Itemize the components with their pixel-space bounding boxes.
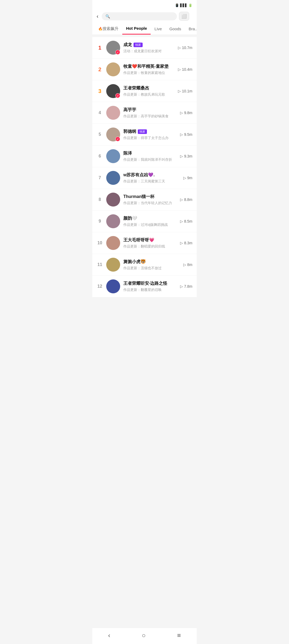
list-item[interactable]: 7 w苏苏有点凶💜. 作品更新：三天闺蜜第三天 ▷ 9m <box>92 167 197 189</box>
item-name-row: 高芋芋 <box>123 107 177 113</box>
count-value: 9m <box>187 176 192 180</box>
item-info: 高芋芋 作品更新：高芋芋的砂锅美食 <box>123 107 177 119</box>
item-name: 陈泽 <box>123 151 132 156</box>
item-name-row: 郭德纲 独家 <box>123 129 177 134</box>
avatar <box>106 62 120 76</box>
rank-number: 5 <box>97 132 103 137</box>
item-count: ▷ 10.1m <box>178 89 192 93</box>
item-name-row: 旖旎小虎🐯 <box>123 259 180 265</box>
list-item[interactable]: 12 王者荣耀听安·边路之怪 作品更新：翻覆星的召唤 ▷ 7.8m <box>92 276 197 297</box>
exclusive-tag: 独家 <box>138 129 147 134</box>
item-name-row: Thurman猫一杯 <box>123 194 177 200</box>
rank-number: 11 <box>97 262 103 267</box>
scan-icon[interactable]: ⬜ <box>179 12 189 21</box>
item-subtitle: 作品更新：得罪了太子怎么办 <box>123 136 177 140</box>
rank-number: 7 <box>97 175 103 180</box>
avatar-wrap <box>106 149 120 163</box>
rank-number: 4 <box>97 110 103 115</box>
item-name: 王者荣耀桑杰 <box>123 85 149 91</box>
count-value: 9.8m <box>184 111 192 115</box>
item-name: 王者荣耀听安·边路之怪 <box>123 281 167 286</box>
count-value: 10.1m <box>182 89 192 93</box>
item-name: 成龙 <box>123 42 132 48</box>
rank-number: 6 <box>97 154 103 159</box>
list-item[interactable]: 2 牧童❤️和平精英-童家堡 作品更新：牧童的家庭地位 ▷ 10.4m <box>92 59 197 80</box>
list-item[interactable]: 9 颜韵🤍 作品更新：过河dj版舞蹈挑战 ▷ 8.5m <box>92 211 197 232</box>
back-button[interactable]: ‹ <box>96 12 100 20</box>
tab-hot-people[interactable]: Hot People <box>122 23 151 35</box>
verified-badge: ✓ <box>115 93 120 98</box>
item-info: w苏苏有点凶💜. 作品更新：三天闺蜜第三天 <box>123 172 180 184</box>
rank-number: 3 <box>97 88 103 94</box>
wifi-icon: ▋▋▋ <box>180 3 187 7</box>
item-info: 王大毛呀呀呀💗 作品更新：翻唱爱的回归线 <box>123 237 177 249</box>
tab-live[interactable]: Live <box>151 23 166 34</box>
item-subtitle: 作品更新：丑猫也不放过 <box>123 266 180 271</box>
avatar-wrap <box>106 171 120 185</box>
list-item[interactable]: 4 高芋芋 作品更新：高芋芋的砂锅美食 ▷ 9.8m <box>92 102 197 124</box>
avatar-wrap: ✓ <box>106 84 120 98</box>
count-value: 8.3m <box>184 241 192 245</box>
hot-people-list: 1 ✓ 成龙 独家 活动：成龙夏日狂欢派对 ▷ 10.7m 2 牧童❤️和平精英… <box>92 37 197 297</box>
list-item[interactable]: 10 王大毛呀呀呀💗 作品更新：翻唱爱的回归线 ▷ 8.3m <box>92 232 197 254</box>
tab-goods[interactable]: Goods <box>166 23 185 34</box>
rank-number: 1 <box>97 45 103 51</box>
item-name-row: 王者荣耀听安·边路之怪 <box>123 281 177 286</box>
tab-bar: 🔥搜索飙升 Hot People Live Goods Bra... <box>92 23 197 35</box>
item-count: ▷ 9m <box>183 176 192 180</box>
play-icon: ▷ <box>180 241 183 245</box>
avatar-wrap <box>106 193 120 207</box>
item-info: 旖旎小虎🐯 作品更新：丑猫也不放过 <box>123 259 180 271</box>
count-value: 9.3m <box>184 154 192 158</box>
item-count: ▷ 8.5m <box>180 219 192 223</box>
search-input-wrap[interactable]: 🔍 <box>102 12 177 20</box>
avatar-wrap: ✓ <box>106 41 120 55</box>
count-value: 7.8m <box>184 284 192 289</box>
avatar <box>106 171 120 185</box>
item-name-row: 颜韵🤍 <box>123 216 177 221</box>
count-value: 8m <box>187 263 192 267</box>
search-button[interactable] <box>191 15 193 17</box>
item-name: 郭德纲 <box>123 129 136 134</box>
play-icon: ▷ <box>183 263 186 267</box>
play-icon: ▷ <box>180 111 183 115</box>
item-name: Thurman猫一杯 <box>123 194 154 200</box>
count-value: 8.5m <box>184 219 192 223</box>
play-icon: ▷ <box>180 197 183 202</box>
item-name-row: 陈泽 <box>123 151 177 156</box>
tab-trends[interactable]: 🔥搜索飙升 <box>94 23 122 35</box>
list-item[interactable]: 6 陈泽 作品更新：我就叫陈泽不叫存折 ▷ 9.3m <box>92 145 197 167</box>
rank-number: 2 <box>97 66 103 73</box>
count-value: 10.7m <box>182 46 192 50</box>
list-item[interactable]: 5 ✓ 郭德纲 独家 作品更新：得罪了太子怎么办 ▷ 9.5m <box>92 124 197 145</box>
list-item[interactable]: 11 旖旎小虎🐯 作品更新：丑猫也不放过 ▷ 8m <box>92 254 197 276</box>
play-icon: ▷ <box>183 176 186 180</box>
play-icon: ▷ <box>180 284 183 289</box>
item-subtitle: 作品更新：翻覆星的召唤 <box>123 287 177 292</box>
avatar <box>106 106 120 120</box>
item-count: ▷ 8.3m <box>180 241 192 245</box>
tab-brands[interactable]: Bra... <box>185 23 197 34</box>
count-value: 10.4m <box>182 67 192 72</box>
item-info: Thurman猫一杯 作品更新：当代年轻人的记忆力 <box>123 194 177 205</box>
list-item[interactable]: 1 ✓ 成龙 独家 活动：成龙夏日狂欢派对 ▷ 10.7m <box>92 37 197 59</box>
status-icons: 📳 ▋▋▋ 🔋 <box>175 3 192 7</box>
list-item[interactable]: 8 Thurman猫一杯 作品更新：当代年轻人的记忆力 ▷ 8.8m <box>92 189 197 211</box>
item-name: 高芋芋 <box>123 107 136 113</box>
item-info: 郭德纲 独家 作品更新：得罪了太子怎么办 <box>123 129 177 140</box>
item-count: ▷ 8m <box>183 263 192 267</box>
avatar-wrap <box>106 258 120 272</box>
item-subtitle: 作品更新：过河dj版舞蹈挑战 <box>123 222 177 227</box>
list-item[interactable]: 3 ✓ 王者荣耀桑杰 作品更新：教故氏弟玩元歌 ▷ 10.1m <box>92 80 197 102</box>
item-count: ▷ 7.8m <box>180 284 192 289</box>
item-subtitle: 作品更新：当代年轻人的记忆力 <box>123 201 177 205</box>
item-name-row: 王者荣耀桑杰 <box>123 85 175 91</box>
item-count: ▷ 8.8m <box>180 197 192 202</box>
item-name-row: 王大毛呀呀呀💗 <box>123 237 177 243</box>
search-icon: 🔍 <box>105 14 110 18</box>
avatar <box>106 258 120 272</box>
avatar <box>106 279 120 293</box>
item-info: 牧童❤️和平精英-童家堡 作品更新：牧童的家庭地位 <box>123 64 175 75</box>
avatar <box>106 236 120 250</box>
item-info: 陈泽 作品更新：我就叫陈泽不叫存折 <box>123 151 177 162</box>
